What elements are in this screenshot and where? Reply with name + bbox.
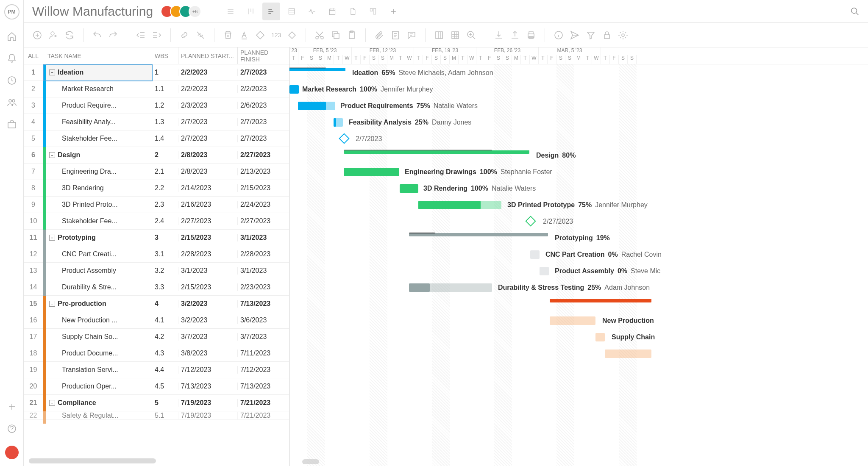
start-cell[interactable]: 7/19/2023 xyxy=(178,412,238,419)
task-row[interactable]: 2 Market Research 1.1 2/2/2023 2/2/2023 xyxy=(24,81,289,97)
gantt-scrollbar[interactable] xyxy=(302,459,319,464)
task-bar[interactable] xyxy=(400,184,418,193)
task-name[interactable]: Feasibility Analy... xyxy=(49,118,116,126)
briefcase-icon[interactable] xyxy=(7,119,17,130)
grid-icon[interactable] xyxy=(450,30,460,40)
attach-icon[interactable] xyxy=(374,30,384,40)
task-name[interactable]: Market Research xyxy=(49,85,114,93)
wbs-cell[interactable]: 2.4 xyxy=(152,217,178,225)
task-row[interactable]: 22 Safety & Regulat... 5.1 7/19/2023 7/2… xyxy=(24,411,289,420)
wbs-cell[interactable]: 2 xyxy=(152,151,178,159)
collapse-icon[interactable]: − xyxy=(49,235,55,241)
refresh-icon[interactable] xyxy=(64,30,75,40)
start-cell[interactable]: 3/2/2023 xyxy=(178,300,238,308)
start-cell[interactable]: 3/7/2023 xyxy=(178,333,238,341)
calendar-view-icon[interactable] xyxy=(323,3,341,20)
activity-view-icon[interactable] xyxy=(303,3,321,20)
wbs-cell[interactable]: 3.2 xyxy=(152,267,178,275)
cut-icon[interactable] xyxy=(314,30,325,40)
wbs-cell[interactable]: 1.4 xyxy=(152,135,178,142)
start-cell[interactable]: 3/2/2023 xyxy=(178,316,238,324)
zoom-icon[interactable] xyxy=(466,30,476,40)
task-name[interactable]: Production Oper... xyxy=(49,383,117,390)
wbs-cell[interactable]: 3.3 xyxy=(152,283,178,291)
help-icon[interactable] xyxy=(7,424,17,434)
notes-icon[interactable] xyxy=(390,30,401,40)
redo-icon[interactable] xyxy=(108,30,118,40)
milestone-marker[interactable] xyxy=(339,133,349,144)
user-avatar[interactable] xyxy=(5,446,19,459)
outdent-icon[interactable] xyxy=(136,30,146,40)
finish-cell[interactable]: 2/28/2023 xyxy=(238,250,289,258)
wbs-cell[interactable]: 5 xyxy=(152,399,178,407)
task-name[interactable]: Product Require... xyxy=(49,102,117,109)
wbs-cell[interactable]: 2.1 xyxy=(152,168,178,175)
task-bar[interactable] xyxy=(605,350,651,358)
indent-icon[interactable] xyxy=(152,30,162,40)
task-row[interactable]: 14 Durability & Stre... 3.3 2/15/2023 2/… xyxy=(24,279,289,296)
wbs-cell[interactable]: 1.2 xyxy=(152,102,178,109)
wbs-cell[interactable]: 3.1 xyxy=(152,250,178,258)
task-name[interactable]: Translation Servi... xyxy=(49,366,118,374)
task-bar[interactable] xyxy=(595,333,605,341)
task-row[interactable]: 16 New Production ... 4.1 3/2/2023 3/6/2… xyxy=(24,312,289,329)
start-cell[interactable]: 2/15/2023 xyxy=(178,283,238,291)
start-cell[interactable]: 2/2/2023 xyxy=(178,85,238,93)
col-planned-finish[interactable]: PLANNED FINISH xyxy=(238,47,289,64)
task-name[interactable]: 3D Rendering xyxy=(49,184,104,192)
task-bar[interactable] xyxy=(289,85,299,94)
finish-cell[interactable]: 3/1/2023 xyxy=(238,267,289,275)
task-row[interactable]: 15 − Pre-production 4 3/2/2023 7/13/2023 xyxy=(24,296,289,312)
add-view-icon[interactable] xyxy=(384,3,402,20)
task-name[interactable]: Safety & Regulat... xyxy=(49,412,118,419)
summary-bar[interactable] xyxy=(550,299,651,302)
finish-cell[interactable]: 2/27/2023 xyxy=(238,217,289,225)
task-name[interactable]: Prototyping xyxy=(58,234,96,241)
start-cell[interactable]: 2/7/2023 xyxy=(178,135,238,142)
col-all[interactable]: ALL xyxy=(24,47,43,64)
filter-icon[interactable] xyxy=(586,30,596,40)
unlink-icon[interactable] xyxy=(195,30,206,40)
task-row[interactable]: 5 Stakeholder Fee... 1.4 2/7/2023 2/7/20… xyxy=(24,130,289,147)
sheet-view-icon[interactable] xyxy=(283,3,300,20)
finish-cell[interactable]: 3/6/2023 xyxy=(238,316,289,324)
task-row[interactable]: 11 − Prototyping 3 2/15/2023 3/1/2023 xyxy=(24,230,289,246)
task-name[interactable]: Stakeholder Fee... xyxy=(49,135,117,142)
file-view-icon[interactable] xyxy=(344,3,362,20)
finish-cell[interactable]: 7/21/2023 xyxy=(238,412,289,419)
wbs-cell[interactable]: 2.2 xyxy=(152,184,178,192)
task-name[interactable]: Product Assembly xyxy=(49,267,116,275)
columns-icon[interactable] xyxy=(434,30,444,40)
wbs-cell[interactable]: 4.4 xyxy=(152,366,178,374)
wbs-cell[interactable]: 1.1 xyxy=(152,85,178,93)
wbs-cell[interactable]: 1 xyxy=(152,69,178,76)
task-bar[interactable] xyxy=(540,267,549,275)
undo-icon[interactable] xyxy=(92,30,102,40)
task-name[interactable]: Ideation xyxy=(58,69,83,76)
task-name[interactable]: 3D Printed Proto... xyxy=(49,201,118,208)
finish-cell[interactable]: 7/12/2023 xyxy=(238,366,289,374)
task-name[interactable]: New Production ... xyxy=(49,316,117,324)
comment-icon[interactable] xyxy=(406,30,417,40)
wbs-cell[interactable]: 3 xyxy=(152,234,178,241)
bell-icon[interactable] xyxy=(7,53,17,64)
task-row[interactable]: 19 Translation Servi... 4.4 7/12/2023 7/… xyxy=(24,362,289,378)
settings-icon[interactable] xyxy=(618,30,628,40)
board-view-icon[interactable] xyxy=(242,3,260,20)
wbs-cell[interactable]: 1.3 xyxy=(152,118,178,126)
finish-cell[interactable]: 7/13/2023 xyxy=(238,300,289,308)
copy-icon[interactable] xyxy=(331,30,341,40)
task-row[interactable]: 18 Product Docume... 4.3 3/8/2023 7/11/2… xyxy=(24,345,289,362)
wbs-cell[interactable]: 4.3 xyxy=(152,350,178,357)
task-row[interactable]: 9 3D Printed Proto... 2.3 2/16/2023 2/24… xyxy=(24,197,289,213)
clock-icon[interactable] xyxy=(7,75,17,86)
task-bar[interactable] xyxy=(530,250,540,259)
task-name[interactable]: Supply Chain So... xyxy=(49,333,118,341)
finish-cell[interactable]: 7/13/2023 xyxy=(238,383,289,390)
delete-icon[interactable] xyxy=(223,30,233,40)
task-bar[interactable] xyxy=(550,316,595,325)
start-cell[interactable]: 2/28/2023 xyxy=(178,250,238,258)
start-cell[interactable]: 3/8/2023 xyxy=(178,350,238,357)
plus-icon[interactable] xyxy=(7,402,17,412)
finish-cell[interactable]: 2/27/2023 xyxy=(238,151,289,159)
